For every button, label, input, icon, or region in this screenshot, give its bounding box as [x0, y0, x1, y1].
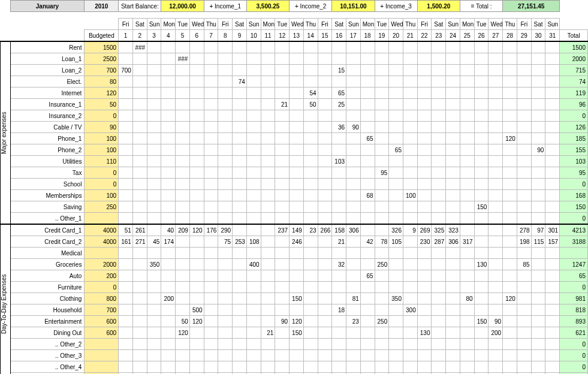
day-cell[interactable]: [432, 316, 446, 327]
day-cell[interactable]: [176, 236, 190, 248]
day-cell[interactable]: [531, 88, 545, 99]
day-cell[interactable]: [446, 270, 460, 282]
day-cell[interactable]: [303, 304, 318, 316]
budget-cell[interactable]: 2500: [85, 53, 119, 65]
day-cell[interactable]: [403, 122, 417, 133]
day-cell[interactable]: [460, 270, 474, 282]
day-cell[interactable]: [360, 53, 375, 65]
day-cell[interactable]: [545, 133, 560, 144]
day-cell[interactable]: [318, 99, 332, 110]
day-cell[interactable]: [346, 53, 361, 65]
day-cell[interactable]: [204, 122, 218, 133]
day-cell[interactable]: 158: [332, 224, 346, 236]
day-cell[interactable]: [403, 156, 417, 167]
day-cell[interactable]: 54: [303, 88, 318, 99]
day-cell[interactable]: [204, 213, 218, 225]
day-cell[interactable]: [233, 53, 247, 65]
day-cell[interactable]: [346, 190, 361, 201]
day-cell[interactable]: [233, 99, 247, 110]
day-cell[interactable]: [417, 316, 432, 327]
day-cell[interactable]: [189, 156, 204, 167]
day-cell[interactable]: [332, 76, 346, 88]
year-cell[interactable]: 2010: [85, 1, 119, 12]
day-cell[interactable]: [303, 156, 318, 167]
day-cell[interactable]: [161, 65, 176, 76]
day-cell[interactable]: [233, 156, 247, 167]
day-cell[interactable]: [218, 65, 233, 76]
day-cell[interactable]: 209: [176, 224, 190, 236]
day-cell[interactable]: [517, 361, 531, 373]
day-cell[interactable]: [545, 110, 560, 122]
day-cell[interactable]: [460, 361, 474, 373]
day-cell[interactable]: 15: [332, 65, 346, 76]
day-cell[interactable]: [389, 41, 403, 53]
day-cell[interactable]: 120: [503, 133, 517, 144]
day-cell[interactable]: [246, 224, 261, 236]
day-cell[interactable]: [432, 190, 446, 201]
day-cell[interactable]: [318, 133, 332, 144]
day-cell[interactable]: [204, 293, 218, 304]
day-cell[interactable]: [189, 339, 204, 350]
day-cell[interactable]: 51: [119, 224, 133, 236]
day-cell[interactable]: [346, 179, 361, 190]
day-cell[interactable]: [503, 122, 517, 133]
day-cell[interactable]: [417, 76, 432, 88]
day-cell[interactable]: [147, 53, 161, 65]
day-cell[interactable]: [503, 339, 517, 350]
day-cell[interactable]: [346, 259, 361, 270]
day-cell[interactable]: 157: [545, 236, 560, 248]
day-cell[interactable]: [218, 282, 233, 293]
day-cell[interactable]: [403, 76, 417, 88]
day-cell[interactable]: [417, 88, 432, 99]
day-cell[interactable]: [189, 99, 204, 110]
day-cell[interactable]: [303, 41, 318, 53]
day-cell[interactable]: [360, 259, 375, 270]
day-cell[interactable]: [246, 179, 261, 190]
day-cell[interactable]: [189, 270, 204, 282]
day-cell[interactable]: [446, 248, 460, 259]
day-cell[interactable]: [147, 190, 161, 201]
day-cell[interactable]: [517, 282, 531, 293]
day-cell[interactable]: [132, 99, 147, 110]
day-cell[interactable]: [432, 248, 446, 259]
day-cell[interactable]: [417, 122, 432, 133]
day-cell[interactable]: [517, 144, 531, 156]
day-cell[interactable]: [474, 156, 489, 167]
budget-cell[interactable]: 800: [85, 293, 119, 304]
day-cell[interactable]: [517, 213, 531, 225]
day-cell[interactable]: [432, 65, 446, 76]
day-cell[interactable]: [132, 259, 147, 270]
day-cell[interactable]: 78: [375, 236, 389, 248]
day-cell[interactable]: [204, 327, 218, 339]
day-cell[interactable]: 150: [290, 293, 304, 304]
budget-cell[interactable]: 50: [85, 99, 119, 110]
day-cell[interactable]: [176, 201, 190, 213]
day-cell[interactable]: [489, 201, 503, 213]
day-cell[interactable]: [432, 339, 446, 350]
day-cell[interactable]: [517, 293, 531, 304]
day-cell[interactable]: [375, 144, 389, 156]
day-cell[interactable]: [176, 270, 190, 282]
day-cell[interactable]: [531, 190, 545, 201]
day-cell[interactable]: [432, 201, 446, 213]
day-cell[interactable]: [389, 76, 403, 88]
day-cell[interactable]: [403, 179, 417, 190]
day-cell[interactable]: [503, 201, 517, 213]
day-cell[interactable]: [233, 316, 247, 327]
day-cell[interactable]: [189, 110, 204, 122]
day-cell[interactable]: [132, 76, 147, 88]
day-cell[interactable]: [147, 293, 161, 304]
day-cell[interactable]: [503, 190, 517, 201]
day-cell[interactable]: [474, 122, 489, 133]
day-cell[interactable]: 278: [517, 224, 531, 236]
day-cell[interactable]: [161, 110, 176, 122]
day-cell[interactable]: [318, 190, 332, 201]
day-cell[interactable]: 115: [531, 236, 545, 248]
day-cell[interactable]: [460, 88, 474, 99]
day-cell[interactable]: [446, 316, 460, 327]
day-cell[interactable]: [204, 236, 218, 248]
day-cell[interactable]: 45: [147, 236, 161, 248]
day-cell[interactable]: [161, 179, 176, 190]
day-cell[interactable]: [204, 282, 218, 293]
day-cell[interactable]: [503, 259, 517, 270]
